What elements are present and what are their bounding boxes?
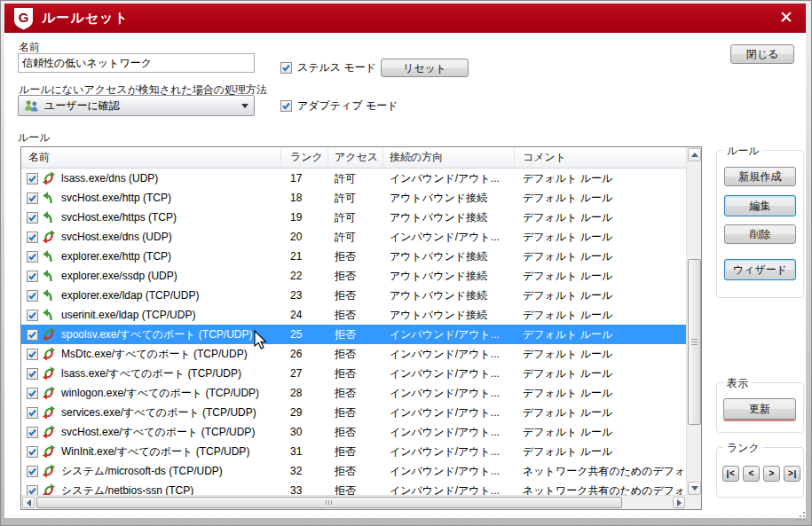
horizontal-scrollbar[interactable] (21, 495, 686, 509)
rule-rank: 29 (281, 406, 328, 419)
rule-checkbox[interactable] (27, 212, 38, 224)
column-header-comment[interactable]: コメント (515, 147, 686, 168)
rule-access: 許可 (328, 171, 383, 186)
rule-checkbox[interactable] (27, 173, 38, 184)
close-button[interactable]: 閉じる (730, 44, 794, 64)
rule-rank: 26 (281, 348, 328, 360)
rule-access: 拒否 (328, 405, 383, 420)
rule-name: svcHost.exe/dns (UDP) (61, 231, 172, 243)
titlebar[interactable]: G ルールセット ✕ (4, 4, 806, 33)
rule-access: 拒否 (328, 464, 383, 479)
reset-button[interactable]: リセット (381, 59, 469, 77)
rule-checkbox[interactable] (27, 329, 38, 341)
rule-checkbox[interactable] (27, 251, 38, 263)
delete-rule-button[interactable]: 削除 (724, 224, 796, 244)
rule-checkbox[interactable] (27, 271, 38, 282)
rule-checkbox[interactable] (27, 232, 38, 243)
rule-name: explorer.exe/ssdp (UDP) (61, 270, 177, 282)
table-row[interactable]: explorer.exe/ldap (TCP/UDP) 23 拒否 アウトバウン… (21, 286, 686, 305)
rule-direction-icon (42, 308, 56, 322)
rule-direction: インバウンド/アウト... (383, 171, 515, 186)
table-row[interactable]: svcHost.exe/すべてのポート (TCP/UDP) 30 拒否 インバウ… (21, 422, 686, 442)
rule-checkbox[interactable] (27, 368, 38, 380)
rules-table-body: lsass.exe/dns (UDP) 17 許可 インバウンド/アウト... … (21, 169, 686, 497)
rule-name: システム/microsoft-ds (TCP/UDP) (61, 464, 223, 479)
table-row[interactable]: svcHost.exe/http (TCP) 18 許可 アウトバウンド接続 デ… (21, 188, 686, 208)
rank-group-label: ランク (723, 441, 763, 456)
vertical-scrollbar[interactable] (686, 147, 701, 496)
rule-access: 拒否 (328, 444, 383, 459)
stealth-mode-label: ステルス モード (297, 60, 376, 75)
rule-name: services.exe/すべてのポート (TCP/UDP) (61, 405, 256, 420)
rule-direction: インバウンド/アウト... (383, 386, 515, 401)
rule-checkbox[interactable] (27, 407, 38, 419)
rule-direction: アウトバウンド接続 (383, 288, 515, 303)
table-row[interactable]: explorer.exe/http (TCP) 21 拒否 アウトバウンド接続 … (21, 247, 686, 266)
refresh-button[interactable]: 更新 (723, 398, 796, 420)
stealth-mode-checkbox[interactable]: ステルス モード (280, 60, 376, 75)
rule-access: 拒否 (328, 425, 383, 440)
table-row[interactable]: userinit.exe/ldap (TCP/UDP) 24 拒否 アウトバウン… (21, 305, 686, 325)
rule-checkbox[interactable] (27, 192, 38, 204)
column-header-access[interactable]: アクセス (328, 147, 383, 168)
rule-checkbox[interactable] (27, 466, 38, 477)
rule-direction-icon (42, 249, 56, 263)
rule-direction-icon (42, 347, 56, 361)
table-row[interactable]: svcHost.exe/https (TCP) 19 許可 アウトバウンド接続 … (21, 208, 686, 227)
resize-grip[interactable] (793, 509, 806, 522)
horizontal-scroll-thumb[interactable] (36, 497, 622, 508)
rank-down-button[interactable]: > (763, 466, 780, 482)
scroll-right-button[interactable] (673, 497, 685, 508)
rule-rank: 30 (281, 426, 328, 438)
table-row[interactable]: winlogon.exe/すべてのポート (TCP/UDP) 28 拒否 インバ… (21, 383, 686, 403)
scroll-left-button[interactable] (22, 497, 35, 508)
unmatched-action-dropdown[interactable]: ユーザーに確認 (18, 95, 255, 116)
rule-direction-icon (42, 269, 56, 283)
scroll-up-button[interactable] (688, 148, 701, 161)
vertical-scroll-thumb[interactable] (688, 259, 701, 425)
rank-last-button[interactable]: > (784, 466, 800, 482)
edit-rule-button[interactable]: 編集 (724, 195, 796, 216)
table-row[interactable]: MsDtc.exe/すべてのポート (TCP/UDP) 26 拒否 インバウンド… (21, 344, 686, 364)
rule-rank: 22 (281, 270, 328, 282)
rule-checkbox[interactable] (27, 427, 38, 438)
new-rule-button[interactable]: 新規作成 (724, 167, 796, 186)
rule-name: explorer.exe/ldap (TCP/UDP) (61, 289, 199, 302)
ruleset-window: G ルールセット ✕ 名前 閉じる ステルス モード リセット ルールにないアク… (0, 0, 812, 526)
rule-name: winlogon.exe/すべてのポート (TCP/UDP) (61, 386, 259, 401)
column-header-direction[interactable]: 接続の方向 (383, 147, 515, 168)
rank-first-button[interactable]: < (722, 466, 739, 482)
adaptive-mode-checkbox[interactable]: アダプティブ モード (280, 98, 398, 114)
ruleset-name-input[interactable] (18, 53, 255, 73)
table-row[interactable]: explorer.exe/ssdp (UDP) 22 拒否 アウトバウンド接続 … (21, 266, 686, 286)
table-row[interactable]: svcHost.exe/dns (UDP) 20 許可 インバウンド/アウト..… (21, 227, 686, 247)
rule-access: 許可 (328, 210, 383, 225)
close-icon[interactable]: ✕ (779, 7, 793, 27)
table-row[interactable]: lsass.exe/すべてのポート (TCP/UDP) 27 拒否 インバウンド… (21, 364, 686, 383)
rule-rank: 21 (281, 250, 328, 263)
rule-checkbox[interactable] (27, 290, 38, 302)
wizard-button[interactable]: ウィザード (724, 259, 796, 280)
table-row[interactable]: services.exe/すべてのポート (TCP/UDP) 29 拒否 インバ… (21, 403, 686, 422)
column-header-name[interactable]: 名前 (21, 147, 281, 168)
table-row[interactable]: WinInit.exe/すべてのポート (TCP/UDP) 31 拒否 インバウ… (21, 442, 686, 461)
scroll-grip-icon (326, 500, 332, 505)
rule-checkbox[interactable] (27, 446, 38, 458)
rule-checkbox[interactable] (27, 349, 38, 360)
rule-name: spoolsv.exe/すべてのポート (TCP/UDP) (61, 327, 253, 342)
rule-direction: インバウンド/アウト... (383, 327, 515, 342)
rank-up-button[interactable]: < (743, 466, 760, 482)
rule-checkbox[interactable] (27, 388, 38, 399)
table-row[interactable]: lsass.exe/dns (UDP) 17 許可 インバウンド/アウト... … (21, 169, 686, 188)
table-row[interactable]: spoolsv.exe/すべてのポート (TCP/UDP) 25 拒否 インバウ… (21, 325, 686, 344)
column-header-rank[interactable]: ランク (281, 147, 328, 168)
rule-name: lsass.exe/dns (UDP) (61, 172, 158, 184)
table-row[interactable]: システム/microsoft-ds (TCP/UDP) 32 拒否 インバウンド… (21, 461, 686, 481)
rules-table-header: 名前 ランク アクセス 接続の方向 コメント (21, 147, 686, 169)
scroll-down-button[interactable] (688, 482, 701, 495)
rule-rank: 17 (281, 172, 328, 184)
rule-checkbox[interactable] (27, 310, 38, 321)
scrollbar-corner (686, 495, 701, 509)
rule-direction: インバウンド/アウト... (383, 366, 515, 381)
bar-icon (727, 470, 729, 478)
